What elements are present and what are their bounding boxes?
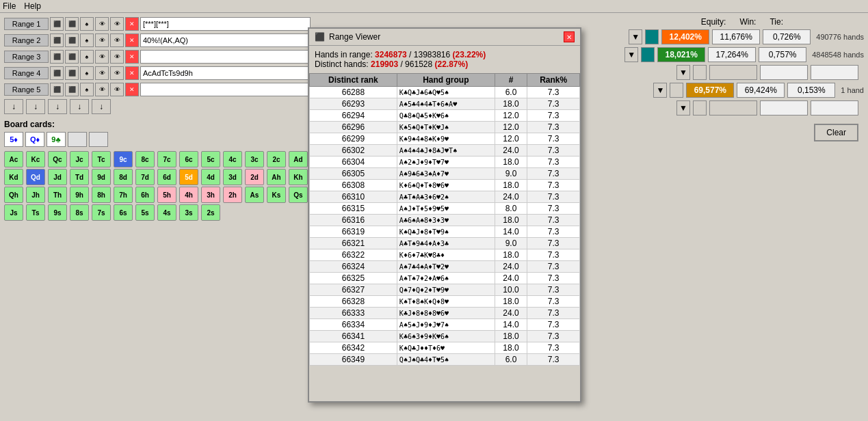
eq-color-3[interactable] (693, 65, 707, 80)
range-icon-4-1[interactable]: 👁 (95, 17, 109, 31)
eq-color-4[interactable] (670, 83, 683, 98)
range-icon-4-2[interactable]: 👁 (95, 33, 109, 47)
card-Qd[interactable]: Qd (26, 169, 45, 185)
card-Ks[interactable]: Ks (267, 187, 286, 203)
range-icon-1-2[interactable]: ⬛ (50, 33, 64, 47)
download-btn-3[interactable]: ↓ (48, 99, 67, 114)
eq-color-1[interactable] (645, 29, 659, 44)
card-2d[interactable]: 2d (245, 169, 264, 185)
card-7d[interactable]: 7d (135, 169, 155, 185)
eq-color-5[interactable] (693, 100, 707, 116)
range-icon-5-5[interactable]: 👁 (110, 83, 124, 96)
range-close-3[interactable]: ✕ (125, 50, 139, 64)
range-input-4[interactable] (140, 66, 311, 80)
card-Kd[interactable]: Kd (4, 169, 23, 185)
card-7c[interactable]: 7c (157, 151, 176, 167)
card-Jh[interactable]: Jh (26, 187, 45, 203)
card-3c[interactable]: 3c (245, 151, 264, 167)
download-btn-5[interactable]: ↓ (92, 99, 111, 114)
range-icon-5-4[interactable]: 👁 (110, 66, 124, 80)
range-icon-1-4[interactable]: ⬛ (50, 66, 64, 80)
modal-close-button[interactable]: ✕ (564, 31, 575, 42)
download-btn-1[interactable]: ↓ (4, 99, 23, 114)
board-card-2[interactable]: Q♦ (25, 132, 44, 147)
range-icon-1-5[interactable]: ⬛ (50, 83, 64, 96)
range-icon-2-3[interactable]: ⬛ (65, 50, 79, 64)
eq-dropdown-1[interactable]: ▼ (629, 29, 642, 44)
card-4s[interactable]: 4s (157, 204, 176, 221)
card-Jc[interactable]: Jc (70, 151, 89, 167)
download-btn-4[interactable]: ↓ (70, 99, 89, 114)
card-Qh[interactable]: Qh (4, 187, 23, 203)
card-3d[interactable]: 3d (223, 169, 242, 185)
range-input-2[interactable] (140, 33, 311, 47)
range-icon-3-3[interactable]: ♠ (80, 50, 94, 64)
card-6d[interactable]: 6d (157, 169, 176, 185)
download-btn-2[interactable]: ↓ (26, 99, 45, 114)
card-8s[interactable]: 8s (70, 204, 89, 221)
card-Qs[interactable]: Qs (289, 187, 308, 203)
range-close-5[interactable]: ✕ (125, 83, 139, 96)
card-Qc[interactable]: Qc (48, 151, 67, 167)
eq-dropdown-2[interactable]: ▼ (624, 47, 638, 62)
clear-button[interactable]: Clear (814, 124, 858, 141)
card-5s[interactable]: 5s (135, 204, 155, 221)
range-close-1[interactable]: ✕ (125, 17, 139, 31)
card-9c[interactable]: 9c (114, 151, 133, 167)
range-close-2[interactable]: ✕ (125, 33, 139, 47)
card-4c[interactable]: 4c (223, 151, 242, 167)
card-3h[interactable]: 3h (201, 187, 220, 203)
card-Ah[interactable]: Ah (267, 169, 286, 185)
eq-dropdown-4[interactable]: ▼ (653, 83, 667, 98)
range-icon-4-3[interactable]: 👁 (95, 50, 109, 64)
range-icon-2-2[interactable]: ⬛ (65, 33, 79, 47)
range-icon-3-4[interactable]: ♠ (80, 66, 94, 80)
range-input-3[interactable] (140, 50, 311, 64)
card-Js[interactable]: Js (4, 204, 23, 221)
board-card-5[interactable] (89, 132, 108, 147)
range-icon-2-5[interactable]: ⬛ (65, 83, 79, 96)
range-icon-1-1[interactable]: ⬛ (50, 17, 64, 31)
range-icon-1-3[interactable]: ⬛ (50, 50, 64, 64)
card-6c[interactable]: 6c (179, 151, 198, 167)
card-9h[interactable]: 9h (70, 187, 89, 203)
card-Ts[interactable]: Ts (26, 204, 45, 221)
range-icon-3-1[interactable]: ♠ (80, 17, 94, 31)
eq-dropdown-3[interactable]: ▼ (676, 65, 690, 80)
card-8c[interactable]: 8c (135, 151, 155, 167)
card-7s[interactable]: 7s (92, 204, 111, 221)
range-icon-5-2[interactable]: 👁 (110, 33, 124, 47)
card-2s[interactable]: 2s (201, 204, 220, 221)
range-icon-3-5[interactable]: ♠ (80, 83, 94, 96)
card-As[interactable]: As (245, 187, 264, 203)
range-icon-2-4[interactable]: ⬛ (65, 66, 79, 80)
card-Ad[interactable]: Ad (289, 151, 308, 167)
card-9s[interactable]: 9s (48, 204, 67, 221)
card-Kh[interactable]: Kh (289, 169, 308, 185)
eq-dropdown-5[interactable]: ▼ (676, 100, 690, 116)
card-6h[interactable]: 6h (135, 187, 155, 203)
board-card-4[interactable] (68, 132, 87, 147)
card-5d[interactable]: 5d (179, 169, 198, 185)
card-Td[interactable]: Td (70, 169, 89, 185)
card-6s[interactable]: 6s (114, 204, 133, 221)
card-3s[interactable]: 3s (179, 204, 198, 221)
range-input-5[interactable] (140, 83, 311, 96)
range-input-1[interactable] (140, 17, 311, 31)
eq-color-2[interactable] (641, 47, 655, 62)
card-8d[interactable]: 8d (114, 169, 133, 185)
board-card-1[interactable]: 5♦ (4, 132, 23, 147)
range-close-4[interactable]: ✕ (125, 66, 139, 80)
card-4d[interactable]: 4d (201, 169, 220, 185)
card-Th[interactable]: Th (48, 187, 67, 203)
card-Tc[interactable]: Tc (92, 151, 111, 167)
range-icon-2-1[interactable]: ⬛ (65, 17, 79, 31)
card-9d[interactable]: 9d (92, 169, 111, 185)
card-8h[interactable]: 8h (92, 187, 111, 203)
range-icon-4-5[interactable]: 👁 (95, 83, 109, 96)
card-7h[interactable]: 7h (114, 187, 133, 203)
card-2c[interactable]: 2c (267, 151, 286, 167)
menu-help[interactable]: Help (24, 1, 41, 11)
range-icon-5-1[interactable]: 👁 (110, 17, 124, 31)
card-Kc[interactable]: Kc (26, 151, 45, 167)
